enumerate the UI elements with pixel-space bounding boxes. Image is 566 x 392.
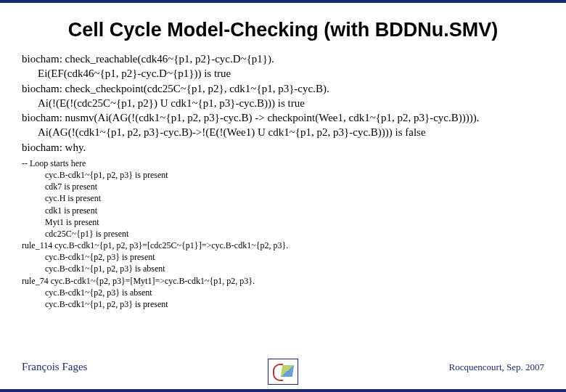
trace-line: cyc.B-cdk1~{p1, p2, p3} is present (22, 298, 544, 310)
trace-line: cdc25C~{p1} is present (22, 228, 544, 240)
footer-author: François Fages (22, 361, 87, 373)
code-block: biocham: check_reachable(cdk46~{p1, p2}-… (0, 52, 566, 155)
trace-line: cyc.B-cdk1~{p1, p2, p3} is absent (22, 263, 544, 274)
code-line: biocham: nusmv(Ai(AG(!(cdk1~{p1, p2, p3}… (22, 110, 544, 125)
trace-block: -- Loop starts here cyc.B-cdk1~{p1, p2, … (0, 155, 566, 310)
trace-line: cdk1 is present (22, 205, 544, 216)
trace-line: rule_114 cyc.B-cdk1~{p1, p2, p3}=[cdc25C… (22, 240, 544, 251)
trace-line: cyc.H is present (22, 192, 544, 204)
slide-title: Cell Cycle Model-Checking (with BDDNu.SM… (0, 3, 566, 52)
trace-line: cyc.B-cdk1~{p1, p2, p3} is present (22, 169, 544, 181)
code-line: Ai(!(E(!(cdc25C~{p1, p2}) U cdk1~{p1, p3… (22, 96, 544, 110)
code-line: biocham: check_reachable(cdk46~{p1, p2}-… (22, 52, 544, 66)
code-line: biocham: why. (22, 140, 544, 155)
inria-logo-icon (268, 359, 298, 385)
code-line: Ai(AG(!(cdk1~{p1, p2, p3}-cyc.B)->!(E(!(… (22, 125, 544, 139)
slide: Cell Cycle Model-Checking (with BDDNu.SM… (0, 0, 566, 392)
trace-line: rule_74 cyc.B-cdk1~{p2, p3}=[Myt1]=>cyc.… (22, 275, 544, 287)
trace-line: cdk7 is present (22, 181, 544, 192)
code-line: Ei(EF(cdk46~{p1, p2}-cyc.D~{p1})) is tru… (22, 66, 544, 81)
trace-line: Myt1 is present (22, 216, 544, 228)
code-line: biocham: check_checkpoint(cdc25C~{p1, p2… (22, 81, 544, 96)
trace-line: cyc.B-cdk1~{p2, p3} is absent (22, 287, 544, 298)
trace-line: -- Loop starts here (22, 158, 544, 169)
trace-line: cyc.B-cdk1~{p2, p3} is present (22, 251, 544, 263)
footer-venue: Rocquencourt, Sep. 2007 (449, 362, 544, 373)
